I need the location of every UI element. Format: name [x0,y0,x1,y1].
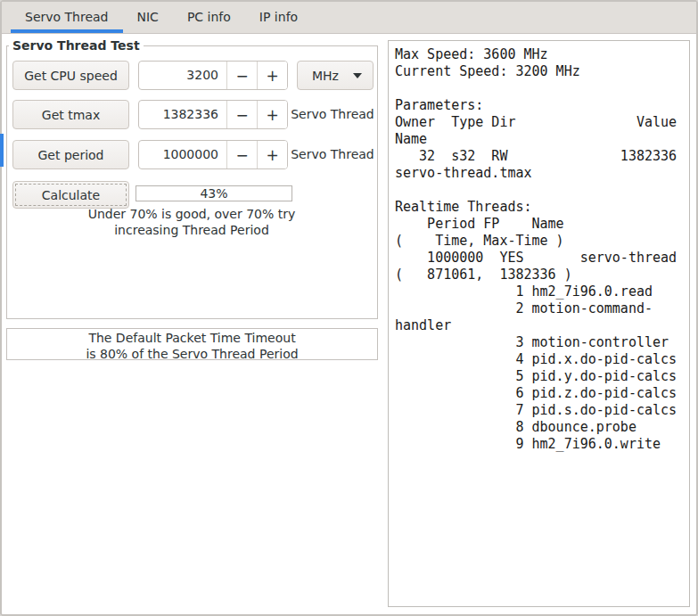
tab-pc-info-label: PC info [187,10,231,24]
output-text: Max Speed: 3600 MHz Current Speed: 3200 … [389,41,689,453]
tab-ip-info[interactable]: IP info [245,2,312,33]
tmax-value[interactable]: 1382336 [139,101,226,128]
tab-nic-label: NIC [137,10,159,24]
active-tab-indicator [11,29,123,33]
cpu-speed-value[interactable]: 3200 [139,62,226,89]
tab-ip-info-label: IP info [259,10,298,24]
tmax-increment-button[interactable]: + [257,101,287,128]
cpu-speed-increment-button[interactable]: + [257,62,287,89]
get-period-button[interactable]: Get period [12,140,129,169]
get-tmax-button[interactable]: Get tmax [12,100,129,129]
tmax-decrement-button[interactable]: − [226,101,257,128]
tmax-thread-label: Servo Thread [288,100,377,129]
hint-text: Under 70% is good, over 70% try increasi… [6,206,377,238]
hint-line-2: increasing Thread Period [6,222,377,238]
hint-line-1: Under 70% is good, over 70% try [6,206,377,222]
accent-strip [0,134,4,167]
percent-field[interactable]: 43% [135,185,292,201]
period-value[interactable]: 1000000 [139,141,226,168]
calculate-button[interactable]: Calculate [12,181,129,209]
tab-servo-thread[interactable]: Servo Thread [11,2,123,33]
period-spinbox: 1000000 − + [138,140,288,169]
timeout-text: The Default Packet Time Timeout is 80% o… [7,330,377,362]
app-window: Servo Thread NIC PC info IP info Servo T… [0,0,698,616]
tmax-spinbox: 1382336 − + [138,100,288,129]
tab-servo-thread-label: Servo Thread [25,10,109,24]
period-increment-button[interactable]: + [257,141,287,168]
get-cpu-speed-button[interactable]: Get CPU speed [12,61,129,90]
period-thread-label: Servo Thread [288,140,377,169]
chevron-down-icon [353,73,362,78]
timeout-line-1: The Default Packet Time Timeout [7,330,377,346]
tab-nic[interactable]: NIC [123,2,173,33]
speed-unit-combo[interactable]: MHz [297,61,374,90]
output-panel: Max Speed: 3600 MHz Current Speed: 3200 … [388,40,690,607]
speed-unit-label: MHz [298,69,353,83]
tab-bar: Servo Thread NIC PC info IP info [2,2,696,34]
timeout-frame: The Default Packet Time Timeout is 80% o… [6,328,378,360]
tab-pc-info[interactable]: PC info [173,2,245,33]
timeout-line-2: is 80% of the Servo Thread Period [7,346,377,362]
servo-frame-title: Servo Thread Test [9,39,144,53]
cpu-speed-decrement-button[interactable]: − [226,62,257,89]
cpu-speed-spinbox: 3200 − + [138,61,288,90]
period-decrement-button[interactable]: − [226,141,257,168]
